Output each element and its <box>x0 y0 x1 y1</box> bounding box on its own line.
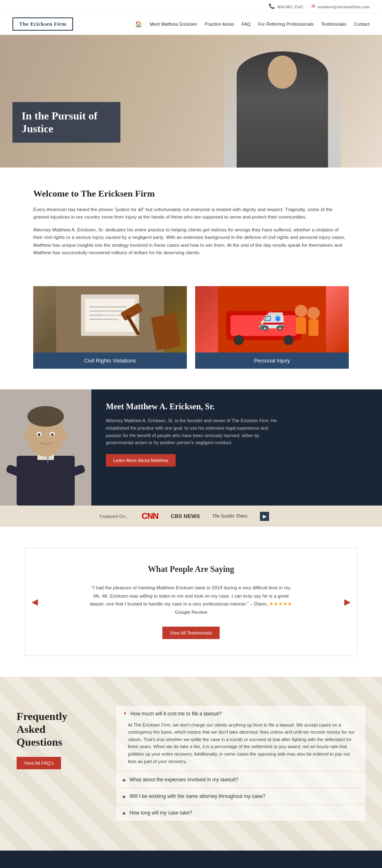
view-testimonials-button[interactable]: View All Testimonials <box>162 627 220 639</box>
faq-section: Frequently Asked Questions View All FAQ'… <box>0 677 382 851</box>
nav-links: 🏠 Meet Matthew Ericksen Practice Areas F… <box>135 21 370 28</box>
welcome-para2: Attorney Matthew A. Ericksen, Sr. dedica… <box>33 226 349 257</box>
learn-more-button[interactable]: Learn More About Matthew <box>106 454 176 467</box>
faq-q0-text: How much will it cost me to file a lawsu… <box>130 711 222 717</box>
nav-contact[interactable]: Contact <box>354 22 370 27</box>
svg-rect-16 <box>296 317 306 334</box>
header-email: matthew@ericksenfirm.com <box>318 4 370 9</box>
practice-areas: Civil Rights Violations 🚑 Personal Injur… <box>0 278 382 389</box>
svg-point-13 <box>234 335 244 345</box>
person-head <box>268 56 297 89</box>
phone-icon: 📞 <box>269 3 275 10</box>
svg-rect-18 <box>309 319 318 336</box>
svg-point-31 <box>51 433 54 436</box>
svg-point-25 <box>27 406 64 427</box>
testimonials-section: ◀ What People Are Saying "I had the plea… <box>0 527 382 676</box>
hero-person-image <box>224 43 340 168</box>
faq-question-1[interactable]: ▶ What about the expenses involved in my… <box>116 772 365 788</box>
header-phone: 404-881-3543 <box>277 4 303 9</box>
meet-heading: Meet Matthew A. Ericksen, Sr. <box>106 402 367 411</box>
svg-rect-11 <box>230 315 297 336</box>
meet-section: Meet Matthew A. Ericksen, Sr. Attorney M… <box>0 389 382 506</box>
svg-point-30 <box>38 433 40 436</box>
person-silhouette <box>237 51 328 168</box>
personal-injury-label: Personal Injury <box>195 353 349 369</box>
svg-point-26 <box>24 430 30 440</box>
matthew-photo-inner <box>0 389 91 506</box>
faq-heading: Frequently Asked Questions <box>17 710 91 749</box>
faq-item-1: ▶ What about the expenses involved in my… <box>116 772 365 788</box>
footer-top: The Ericksen Firm, LLC 📍 708 Holcomb Bri… <box>0 851 382 868</box>
meet-description: Attorney Matthew A. Ericksen, Sr. is the… <box>106 417 280 446</box>
featured-label: Featured On... <box>100 514 129 519</box>
view-faqs-button[interactable]: View All FAQ's <box>17 757 61 769</box>
testimonials-heading: What People Are Saying <box>50 564 332 574</box>
cnn-logo: CNN <box>142 511 158 521</box>
testimonial-source: Google Review <box>175 610 207 615</box>
hero-title: In the Pursuit of Justice <box>22 109 111 135</box>
meet-content: Meet Matthew A. Ericksen, Sr. Attorney M… <box>91 389 382 506</box>
nav-faq[interactable]: FAQ <box>242 22 251 27</box>
faq-item-0: ▼ How much will it cost me to file a law… <box>116 706 365 771</box>
testimonial-next-button[interactable]: ▶ <box>344 597 350 607</box>
nav-practice[interactable]: Practice Areas <box>205 22 234 27</box>
faq-question-0[interactable]: ▼ How much will it cost me to file a law… <box>116 706 365 722</box>
civil-rights-image <box>33 286 187 353</box>
faq-left: Frequently Asked Questions View All FAQ'… <box>0 698 108 830</box>
faq-arrow-2: ▶ <box>123 794 126 799</box>
welcome-para1: Every American has heard the phrase "jus… <box>33 206 349 221</box>
featured-next-button[interactable]: ▶ <box>260 512 269 521</box>
faq-right: ▼ How much will it cost me to file a law… <box>108 698 382 830</box>
faq-question-2[interactable]: ▶ Will I be working with the same attorn… <box>116 788 365 804</box>
matthew-photo <box>0 389 91 506</box>
faq-arrow-0: ▼ <box>123 711 127 716</box>
testimonials-box: ◀ What People Are Saying "I had the plea… <box>25 547 357 656</box>
personal-injury-card[interactable]: 🚑 Personal Injury <box>195 286 349 369</box>
svg-point-27 <box>61 430 68 440</box>
nav-testimonials[interactable]: Testimonials <box>321 22 347 27</box>
email-contact: ✉ matthew@ericksenfirm.com <box>311 3 370 10</box>
svg-point-14 <box>284 335 294 345</box>
testimonial-prev-button[interactable]: ◀ <box>32 597 38 607</box>
faq-arrow-3: ▶ <box>123 811 126 815</box>
faq-q2-text: Will I be working with the same attorney… <box>130 793 265 799</box>
faq-q3-text: How long will my case take? <box>130 810 192 816</box>
svg-rect-21 <box>17 456 75 506</box>
welcome-section: Welcome to The Ericksen Firm Every Ameri… <box>0 168 382 278</box>
nav-referring[interactable]: For Referring Professionals <box>258 22 314 27</box>
faq-answer-0: At The Ericksen Firm, we don't charge ou… <box>116 722 365 771</box>
main-nav: The Ericksen Firm 🏠 Meet Matthew Erickse… <box>0 13 382 35</box>
faq-item-2: ▶ Will I be working with the same attorn… <box>116 788 365 804</box>
featured-bar: Featured On... CNN CBS NEWS The Seattle … <box>0 506 382 527</box>
hero-overlay: In the Pursuit of Justice <box>12 102 120 143</box>
faq-q1-text: What about the expenses involved in my l… <box>130 777 238 783</box>
home-icon[interactable]: 🏠 <box>135 21 142 28</box>
hero-section: In the Pursuit of Justice <box>0 35 382 168</box>
welcome-heading: Welcome to The Ericksen Firm <box>33 188 349 199</box>
cbs-logo: CBS NEWS <box>171 513 200 519</box>
logo[interactable]: The Ericksen Firm <box>12 17 73 31</box>
svg-point-15 <box>295 305 307 317</box>
faq-item-3: ▶ How long will my case take? <box>116 805 365 821</box>
phone-contact: 📞 404-881-3543 <box>269 3 303 10</box>
faq-question-3[interactable]: ▶ How long will my case take? <box>116 805 365 821</box>
civil-rights-label: Civil Rights Violations <box>33 353 187 369</box>
email-icon: ✉ <box>311 3 316 10</box>
svg-point-17 <box>307 307 320 319</box>
faq-arrow-1: ▶ <box>123 778 126 782</box>
testimonial-quote: "I had the pleasure of meeting Matthew E… <box>87 584 295 616</box>
civil-rights-card[interactable]: Civil Rights Violations <box>33 286 187 369</box>
testimonial-stars: ★★★★★ <box>269 601 292 606</box>
personal-injury-image: 🚑 <box>195 286 349 353</box>
nav-meet[interactable]: Meet Matthew Ericksen <box>149 22 197 27</box>
seattle-times-logo: The Seattle Times <box>212 513 247 519</box>
svg-text:🚑: 🚑 <box>258 320 270 331</box>
